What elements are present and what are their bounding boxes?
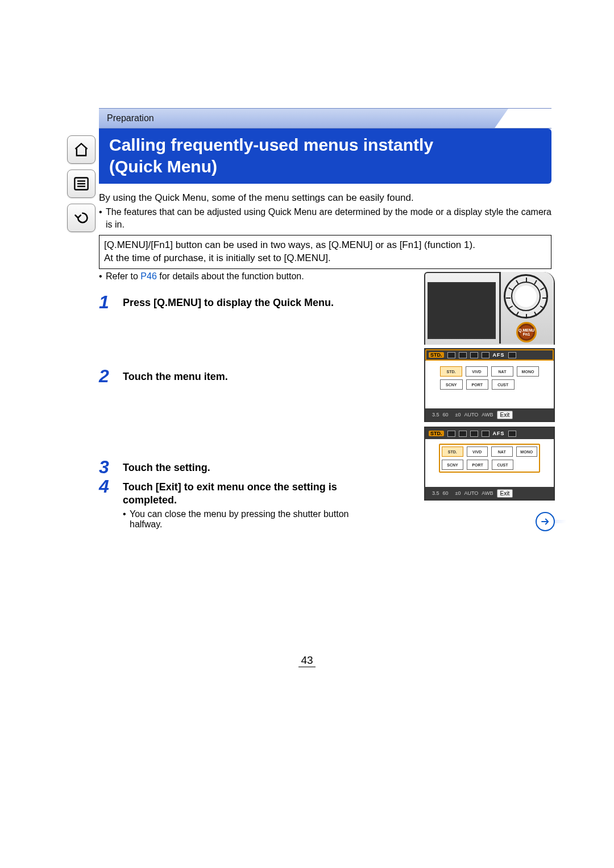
opt-vivd-2: VIVD (467, 447, 488, 457)
photo-style-chip: STD. (429, 352, 444, 358)
awb-value-2: AWB (482, 490, 493, 496)
lcd-top-bar-2: STD. AFS (425, 428, 554, 439)
iso-value: AUTO (464, 412, 478, 418)
opt-port-2: PORT (467, 460, 488, 470)
flash-icon (447, 352, 455, 358)
info-box-line1: [Q.MENU]/[Fn1] button can be used in two… (104, 239, 546, 252)
page-title-line2: (Quick Menu) (109, 156, 541, 177)
page-number-value: 43 (298, 654, 316, 667)
step-3-number: 3 (99, 458, 115, 476)
step-1-number: 1 (99, 293, 115, 366)
continue-button[interactable] (536, 512, 555, 531)
page-number: 43 (0, 654, 614, 667)
opt-port: PORT (466, 379, 489, 390)
fn1-label: Fn1 (523, 332, 530, 336)
shutter-value-2: 60 (443, 490, 449, 496)
nav-back-button[interactable] (67, 204, 96, 232)
breadcrumb-text: Preparation (107, 113, 154, 123)
exit-button-1: Exit (497, 411, 513, 419)
opt-cust-2: CUST (492, 460, 513, 470)
illustration-screen-2: STD. AFS STD. VIVD NAT MONO SCNY PORT (424, 427, 555, 501)
intro-text: By using the Quick Menu, some of the men… (99, 192, 551, 205)
back-arrow-icon (73, 210, 89, 226)
opt-scny: SCNY (440, 379, 463, 390)
nav-home-button[interactable] (67, 135, 96, 164)
ev-value-2: ±0 (455, 490, 461, 496)
opt-mono-2: MONO (516, 447, 538, 457)
home-icon (73, 142, 89, 158)
opt-scny-2: SCNY (442, 460, 463, 470)
illustration-screen-1: STD. AFS STD. VIVD NAT MONO SCNY PORT (424, 348, 555, 422)
qmenu-label: Q.MENU (518, 328, 534, 332)
awb-value: AWB (482, 412, 493, 418)
opt-std-2: STD. (442, 447, 463, 457)
opt-cust: CUST (492, 379, 515, 390)
format-icon (459, 352, 467, 358)
step-2-text: Touch the menu item. (123, 367, 228, 457)
info-box: [Q.MENU]/[Fn1] button can be used in two… (99, 235, 551, 269)
iso-value-2: AUTO (464, 490, 478, 496)
page-title-line1: Calling frequently-used menus instantly (109, 134, 541, 156)
opt-vivd: VIVD (466, 366, 488, 377)
photo-style-chip-2: STD. (429, 431, 444, 436)
flash-icon-2 (447, 431, 455, 437)
lcd-bottom-bar: 3.5 60 ±0 AUTO AWB Exit (425, 408, 554, 421)
step-4-text: Touch [Exit] to exit menu once the setti… (123, 477, 350, 507)
step-4-number: 4 (99, 477, 115, 530)
nav-menu-button[interactable] (67, 170, 96, 198)
shutter-value: 60 (443, 412, 449, 418)
info-box-line2: At the time of purchase, it is initially… (104, 252, 546, 265)
aperture-value: 3.5 (432, 412, 439, 418)
afs-label-2: AFS (493, 431, 505, 436)
meter-icon (508, 352, 516, 358)
step-3-text: Touch the setting. (123, 458, 210, 476)
step-4-subtext: You can close the menu by pressing the s… (123, 509, 350, 530)
step-1-text: Press [Q.MENU] to display the Quick Menu… (123, 293, 334, 366)
step-2-number: 2 (99, 367, 115, 457)
menu-lines-icon (73, 176, 89, 192)
meter-icon-2 (508, 431, 516, 437)
lcd-options: STD. VIVD NAT MONO SCNY PORT CUST (440, 366, 539, 390)
format-icon-2 (459, 431, 467, 437)
ev-value: ±0 (455, 412, 461, 418)
exit-button-2: Exit (497, 489, 513, 498)
page-title: Calling frequently-used menus instantly … (99, 129, 551, 184)
opt-nat: NAT (491, 366, 513, 377)
opt-mono: MONO (517, 366, 539, 377)
breadcrumb: Preparation (99, 108, 551, 129)
lcd-bottom-bar-2: 3.5 60 ±0 AUTO AWB Exit (425, 487, 554, 499)
reference-suffix: for details about the function button. (157, 271, 304, 281)
quality-icon-2 (482, 431, 489, 437)
size-icon (470, 352, 478, 358)
size-icon-2 (470, 431, 478, 437)
quality-icon (482, 352, 489, 358)
reference-prefix: Refer to (106, 271, 140, 281)
qmenu-fn1-button-icon: Q.MENU Fn1 (516, 322, 537, 342)
afs-label: AFS (493, 352, 505, 358)
aperture-value-2: 3.5 (432, 490, 439, 496)
reference-link[interactable]: P46 (140, 271, 156, 281)
lcd-options-highlight: STD. VIVD NAT MONO SCNY PORT CUST (439, 444, 540, 473)
mode-dial-icon (504, 274, 548, 319)
intro-bullet: The features that can be adjusted using … (99, 206, 551, 230)
opt-nat-2: NAT (491, 447, 513, 457)
illustration-camera: Q.MENU Fn1 (424, 272, 555, 345)
arrow-right-icon (540, 516, 550, 527)
lcd-top-bar: STD. AFS (425, 349, 554, 361)
opt-std: STD. (440, 366, 462, 377)
